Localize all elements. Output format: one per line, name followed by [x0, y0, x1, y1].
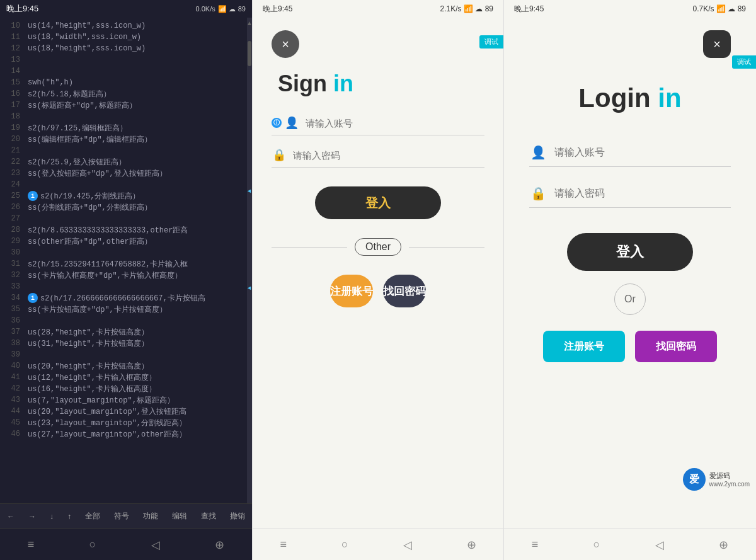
code-line: 22s2(h/25.9,登入按钮距高） [0, 156, 252, 168]
account-input-right[interactable] [554, 147, 731, 158]
debug-badge-mid[interactable]: 调试 [479, 35, 503, 49]
status-bar-right: 晚上9:45 0.7K/s 📶 ☁ 89 [504, 0, 756, 18]
code-line: 25is2(h/19.425,分割线距高） [0, 190, 252, 202]
code-line: 43us(7,"layout_margintop",标题距高） [0, 394, 252, 406]
nav-download-right[interactable]: ⊕ [719, 538, 728, 552]
password-input-mid[interactable] [293, 150, 484, 161]
register-button-right[interactable]: 注册账号 [543, 331, 625, 362]
time-left: 晚上9:45 [6, 3, 38, 14]
code-line: 13 [0, 54, 252, 66]
debug-badge-right[interactable]: 调试 [732, 55, 756, 69]
code-toolbar: ← → ↓ ↑ 全部 符号 功能 编辑 查找 撤销 [0, 503, 252, 529]
account-input-mid[interactable] [306, 118, 484, 129]
code-line: 23ss(登入按钮距高+"dp",登入按钮距高） [0, 168, 252, 179]
bottom-buttons-mid: 注册账号 找回密码 [330, 275, 426, 307]
nav-home-right[interactable]: ○ [593, 538, 600, 551]
code-line: 20ss(编辑框距高+"dp",编辑框距高） [0, 134, 252, 145]
toolbar-symbol[interactable]: 符号 [110, 508, 133, 524]
code-line: 42us(16,"height",卡片输入框高度） [0, 383, 252, 394]
scrollbar[interactable]: ▲ ◄ ◄ [247, 18, 252, 503]
toolbar-find[interactable]: 查找 [197, 508, 220, 524]
code-line: 35ss(卡片按钮高度+"dp",卡片按钮高度） [0, 304, 252, 315]
time-right: 晚上9:45 [514, 4, 544, 14]
code-line: 29ss(other距高+"dp",other距高） [0, 236, 252, 247]
nav-download-left[interactable]: ⊕ [215, 538, 224, 552]
nav-back-mid[interactable]: ◁ [403, 538, 412, 552]
code-line: 36 [0, 315, 252, 326]
code-line: 26ss(分割线距高+"dp",分割线距高） [0, 202, 252, 213]
watermark: 爱 爱源码 www.2ym.com [683, 468, 750, 491]
scroll-marker2: ◄ [246, 285, 252, 291]
code-line: 10us(14,"height",sss.icon_w) [0, 20, 252, 31]
account-input-group-right: 👤 [529, 145, 731, 167]
code-line: 38us(31,"height",卡片按钮高度） [0, 338, 252, 349]
or-circle-right: Or [614, 283, 646, 315]
nav-home-left[interactable]: ○ [89, 538, 96, 551]
code-line: 40us(20,"height",卡片按钮高度） [0, 360, 252, 372]
info-icon-code: i [28, 191, 38, 201]
code-line: 41us(12,"height",卡片输入框高度） [0, 372, 252, 383]
code-line: 44us(20,"layout_margintop",登入按钮距高 [0, 406, 252, 417]
account-icon-right: 👤 [529, 145, 547, 160]
signal-mid: 2.1K/s 📶 ☁ 89 [440, 4, 493, 13]
nav-home-mid[interactable]: ○ [341, 538, 348, 551]
status-bar-left: 晚上9:45 0.0K/s 📶 ☁ 89 [0, 0, 252, 18]
code-line: 37us(28,"height",卡片按钮高度） [0, 326, 252, 338]
toolbar-forward[interactable]: → [25, 510, 40, 523]
divider-line-left-mid [272, 247, 347, 248]
speed-left: 0.0K/s [196, 5, 215, 13]
code-line: 45us(23,"layout_margintop",分割线距高） [0, 417, 252, 428]
scroll-thumb[interactable] [248, 41, 251, 66]
toolbar-up[interactable]: ↑ [64, 510, 75, 523]
nav-bar-left: ≡ ○ ◁ ⊕ [0, 529, 252, 560]
bottom-buttons-right: 注册账号 找回密码 [543, 331, 717, 362]
code-editor-panel: 晚上9:45 0.0K/s 📶 ☁ 89 10us(14,"height",ss… [0, 0, 252, 560]
account-input-group-mid: ⓘ 👤 [272, 116, 484, 135]
nav-menu-mid[interactable]: ≡ [280, 538, 287, 551]
toolbar-func[interactable]: 功能 [139, 508, 162, 524]
code-line: 24 [0, 179, 252, 190]
toolbar-edit[interactable]: 编辑 [168, 508, 191, 524]
password-input-right[interactable] [554, 188, 731, 199]
toolbar-undo[interactable]: 撤销 [226, 508, 249, 524]
watermark-url: www.2ym.com [709, 481, 750, 488]
code-line: 21 [0, 145, 252, 156]
title-in-right: in [651, 83, 682, 113]
nav-download-mid[interactable]: ⊕ [467, 538, 476, 552]
login-button-right[interactable]: 登入 [567, 233, 693, 271]
watermark-logo: 爱 [683, 468, 706, 491]
toolbar-down[interactable]: ↓ [46, 510, 57, 523]
register-button-mid[interactable]: 注册账号 [330, 275, 373, 307]
login-button-mid[interactable]: 登入 [315, 186, 441, 219]
time-mid: 晚上9:45 [263, 4, 292, 14]
close-button-mid[interactable]: × [272, 30, 299, 58]
toolbar-back[interactable]: ← [3, 510, 18, 523]
password-input-group-right: 🔒 [529, 186, 731, 208]
nav-bar-mid: ≡ ○ ◁ ⊕ [253, 529, 503, 560]
nav-menu-right[interactable]: ≡ [532, 538, 539, 551]
battery-left: 89 [238, 5, 246, 13]
code-line: 46us(27,"layout_margintop",other距高） [0, 428, 252, 440]
code-line: 27 [0, 213, 252, 224]
forgot-button-mid[interactable]: 找回密码 [383, 275, 426, 307]
code-line: 28s2(h/8.6333333333333333333,other距高 [0, 224, 252, 236]
account-icon-mid: 👤 [284, 116, 299, 130]
phone-content-mid: × Sign in 调试 ⓘ 👤 🔒 登入 Other 注册账号 找回密码 [253, 18, 503, 529]
nav-back-left[interactable]: ◁ [151, 538, 160, 552]
title-sign: Sign [278, 71, 327, 96]
code-line: 34is2(h/17.2666666666666666667,卡片按钮高 [0, 292, 252, 304]
code-line: 33 [0, 281, 252, 292]
code-content: 10us(14,"height",sss.icon_w)11us(18,"wid… [0, 18, 252, 503]
other-badge-mid[interactable]: Other [355, 238, 401, 256]
nav-menu-left[interactable]: ≡ [28, 538, 35, 551]
code-line: 15swh("h",h) [0, 77, 252, 88]
code-line: 16s2(h/5.18,标题距高） [0, 88, 252, 100]
code-line: 30 [0, 247, 252, 258]
info-icon-mid: ⓘ [272, 118, 282, 128]
scroll-up-arrow[interactable]: ▲ [246, 18, 252, 28]
nav-back-right[interactable]: ◁ [655, 538, 664, 552]
forgot-button-right[interactable]: 找回密码 [635, 331, 717, 362]
toolbar-all[interactable]: 全部 [81, 508, 104, 524]
close-button-right[interactable]: × [703, 30, 731, 58]
code-line: 14 [0, 66, 252, 77]
